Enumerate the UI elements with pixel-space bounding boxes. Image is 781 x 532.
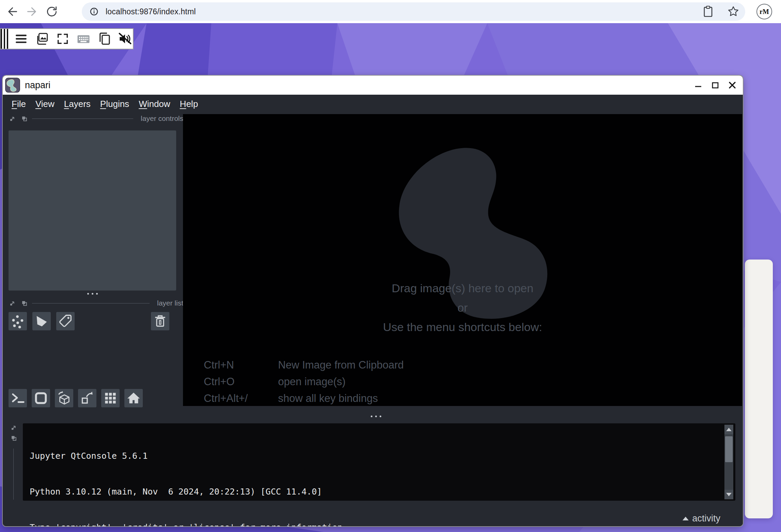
header-divider (32, 119, 133, 119)
delete-layer-button[interactable] (151, 312, 169, 330)
shortcut-keys: Ctrl+Alt+/ (204, 390, 278, 406)
minimize-icon (694, 81, 703, 90)
activity-button[interactable]: activity (683, 513, 720, 524)
new-points-layer-button[interactable] (9, 312, 27, 330)
screen: localhost:9876/index.html rM (0, 0, 781, 532)
shortcut-keys: Ctrl+N (204, 357, 278, 373)
roll-dimensions-button[interactable] (55, 389, 73, 407)
close-icon (728, 81, 737, 90)
qtconsole-panel[interactable]: Jupyter QtConsole 5.6.1 Python 3.10.12 (… (23, 423, 735, 501)
console-splitter-handle[interactable] (371, 416, 381, 417)
layer-list-label: layer list (157, 299, 183, 307)
forward-arrow-icon (26, 5, 39, 18)
dock-splitter-handle[interactable] (87, 293, 98, 295)
vnc-fullscreen-button[interactable] (56, 32, 70, 46)
square-2d-icon (33, 390, 49, 406)
napari-logo-icon (5, 78, 20, 93)
profile-avatar[interactable]: rM (756, 4, 772, 19)
menu-window[interactable]: Window (134, 97, 175, 111)
menu-bar: File View Layers Plugins Window Help (3, 95, 743, 113)
grid-view-button[interactable] (101, 389, 120, 407)
console-header-divider (13, 449, 14, 500)
vnc-mute-button[interactable] (118, 32, 132, 46)
float-panel-icon[interactable] (10, 300, 15, 306)
window-title: napari (25, 80, 50, 91)
minimize-button[interactable] (694, 81, 703, 90)
browser-back-button[interactable] (5, 4, 20, 19)
page-info-icon[interactable] (87, 5, 101, 18)
menu-help[interactable]: Help (175, 97, 203, 111)
console-icon (10, 390, 26, 406)
layer-list-header[interactable]: layer list (10, 299, 183, 307)
menu-view[interactable]: View (31, 97, 59, 111)
reload-icon (45, 5, 58, 18)
home-reset-view-button[interactable] (124, 389, 143, 407)
hide-panel-icon[interactable] (11, 435, 17, 441)
window-titlebar[interactable]: napari (3, 76, 743, 95)
hint-line-2: or (183, 298, 742, 317)
transpose-icon (79, 390, 95, 406)
console-dock-header[interactable] (11, 425, 17, 441)
shortcut-row: Ctrl+O open image(s) (204, 373, 404, 390)
fullscreen-icon (56, 32, 70, 46)
menu-plugins[interactable]: Plugins (95, 97, 134, 111)
float-panel-icon[interactable] (10, 116, 15, 122)
layer-controls-label: layer controls (141, 114, 183, 123)
scroll-up-button[interactable] (724, 425, 733, 434)
console-banner-line: Python 3.10.12 (main, Nov 6 2024, 20:22:… (30, 486, 379, 498)
scroll-down-icon (726, 493, 732, 496)
shortcut-row: Ctrl+Alt+/ show all key bindings (204, 390, 404, 406)
hint-line-3: Use the menu shortcuts below: (183, 317, 742, 337)
browser-forward-button[interactable] (25, 4, 40, 19)
viewer-canvas[interactable]: Drag image(s) here to open or Use the me… (183, 114, 742, 406)
maximize-icon (711, 81, 720, 90)
trash-icon (153, 314, 168, 329)
vnc-menu-button[interactable] (14, 32, 28, 46)
shortcut-action: open image(s) (278, 373, 346, 390)
browser-toolbar: localhost:9876/index.html rM (0, 0, 781, 23)
napari-window: napari File View Layers Plugins Window H… (3, 76, 743, 526)
copy-pages-icon (97, 32, 111, 46)
url-text[interactable]: localhost:9876/index.html (106, 7, 196, 16)
console-output[interactable]: Jupyter QtConsole 5.6.1 Python 3.10.12 (… (30, 426, 379, 526)
menu-layers[interactable]: Layers (59, 97, 95, 111)
transpose-button[interactable] (78, 389, 96, 407)
new-labels-layer-button[interactable] (56, 312, 75, 330)
background-window-panel (745, 260, 773, 518)
bookmark-star-icon[interactable] (727, 5, 740, 18)
address-bar[interactable]: localhost:9876/index.html (82, 2, 745, 21)
home-icon (126, 390, 141, 406)
header-divider (32, 303, 150, 303)
vnc-clipboard-button[interactable] (97, 32, 111, 46)
new-shapes-layer-button[interactable] (32, 312, 51, 330)
toolbar-drag-handle-icon[interactable] (1, 29, 10, 49)
keyboard-icon (76, 31, 91, 46)
napari-main-area: layer controls layer list (3, 113, 743, 526)
activity-label: activity (692, 513, 720, 524)
clipboard-icon[interactable] (702, 5, 715, 18)
browser-reload-button[interactable] (44, 4, 59, 19)
console-scrollbar[interactable] (724, 425, 733, 499)
ndisplay-2d-button[interactable] (32, 389, 50, 407)
float-panel-icon[interactable] (11, 425, 17, 431)
maximize-button[interactable] (711, 81, 720, 90)
scroll-down-button[interactable] (724, 490, 733, 499)
vnc-screenshot-button[interactable] (35, 32, 49, 46)
points-layer-icon (10, 313, 26, 329)
shortcut-row: Ctrl+N New Image from Clipboard (204, 357, 404, 373)
vnc-keyboard-button[interactable] (76, 32, 91, 46)
screenshot-gallery-icon (35, 32, 49, 46)
menu-file[interactable]: File (7, 97, 31, 111)
console-toggle-button[interactable] (9, 389, 27, 407)
hide-panel-icon[interactable] (21, 300, 27, 306)
hide-panel-icon[interactable] (21, 116, 27, 122)
layer-controls-header[interactable]: layer controls (10, 114, 183, 123)
back-arrow-icon (6, 5, 19, 18)
shapes-layer-icon (34, 313, 49, 329)
scrollbar-thumb[interactable] (725, 436, 733, 462)
close-button[interactable] (728, 81, 737, 90)
shortcut-action: New Image from Clipboard (278, 357, 404, 373)
shortcut-list: Ctrl+N New Image from Clipboard Ctrl+O o… (204, 357, 404, 406)
hint-line-1: Drag image(s) here to open (183, 279, 742, 298)
layer-controls-panel (9, 130, 176, 291)
